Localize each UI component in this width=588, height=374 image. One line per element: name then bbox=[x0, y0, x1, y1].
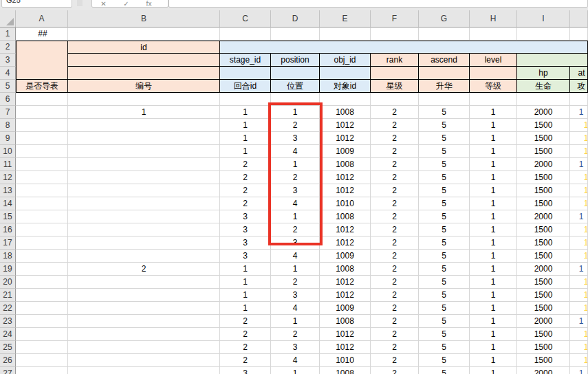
cell-J24[interactable]: 1 bbox=[570, 328, 588, 341]
cell-J15[interactable]: 1 bbox=[570, 210, 588, 223]
cell-E12[interactable]: 1012 bbox=[320, 171, 371, 184]
cell-G19[interactable]: 5 bbox=[419, 263, 470, 276]
cell-A18[interactable] bbox=[16, 250, 68, 263]
cell-C23[interactable]: 2 bbox=[220, 315, 271, 328]
cell-J20[interactable]: 1 bbox=[570, 276, 588, 289]
cell-G4[interactable] bbox=[419, 67, 470, 80]
name-box[interactable]: G25 bbox=[1, 0, 72, 8]
cell-C15[interactable]: 3 bbox=[220, 210, 271, 223]
row-header-6[interactable]: 6 bbox=[0, 93, 16, 106]
cell-J10[interactable]: 1 bbox=[570, 145, 588, 158]
cell-J13[interactable]: 1 bbox=[570, 184, 588, 197]
cell-B8[interactable] bbox=[68, 119, 220, 132]
cell-B2-id[interactable]: id bbox=[68, 41, 220, 54]
cell-C16[interactable]: 3 bbox=[220, 223, 271, 236]
cell-A12[interactable] bbox=[16, 171, 68, 184]
cell-G22[interactable]: 5 bbox=[419, 302, 470, 315]
cell-D9[interactable]: 3 bbox=[271, 132, 320, 145]
col-header-I[interactable]: I bbox=[517, 10, 570, 28]
cell-D8[interactable]: 2 bbox=[271, 119, 320, 132]
col-header-A[interactable]: A bbox=[16, 10, 68, 28]
row-header-14[interactable]: 14 bbox=[0, 197, 16, 210]
cell-D25[interactable]: 3 bbox=[271, 341, 320, 354]
cell-C5-round-id[interactable]: 回合id bbox=[220, 80, 271, 93]
cell-G12[interactable]: 5 bbox=[419, 171, 470, 184]
cell-E18[interactable]: 1009 bbox=[320, 250, 371, 263]
cell-G18[interactable]: 5 bbox=[419, 250, 470, 263]
cell-F18[interactable]: 2 bbox=[371, 250, 419, 263]
cell-F15[interactable]: 2 bbox=[371, 210, 419, 223]
cell-B16[interactable] bbox=[68, 223, 220, 236]
cell-I8[interactable]: 1500 bbox=[517, 119, 570, 132]
cell-A16[interactable] bbox=[16, 223, 68, 236]
cell-D16[interactable]: 2 bbox=[271, 223, 320, 236]
cell-E17[interactable]: 1012 bbox=[320, 236, 371, 250]
cell-E6[interactable] bbox=[320, 93, 371, 106]
cell-I23[interactable]: 2000 bbox=[517, 315, 570, 328]
cell-J18[interactable]: 1 bbox=[570, 250, 588, 263]
cell-E24[interactable]: 1012 bbox=[320, 328, 371, 341]
cell-C11[interactable]: 2 bbox=[220, 158, 271, 171]
row-header-18[interactable]: 18 bbox=[0, 250, 16, 263]
cell-D7[interactable]: 1 bbox=[271, 106, 320, 119]
cell-G24[interactable]: 5 bbox=[419, 328, 470, 341]
cell-E7[interactable]: 1008 bbox=[320, 106, 371, 119]
cell-A15[interactable] bbox=[16, 210, 68, 223]
cell-D24[interactable]: 2 bbox=[271, 328, 320, 341]
cell-I9[interactable]: 1500 bbox=[517, 132, 570, 145]
cell-H1[interactable] bbox=[470, 28, 517, 41]
formula-input[interactable] bbox=[168, 0, 588, 8]
cell-D21[interactable]: 3 bbox=[271, 289, 320, 302]
cell-G7[interactable]: 5 bbox=[419, 106, 470, 119]
cell-G17[interactable]: 5 bbox=[419, 236, 470, 250]
cell-H6[interactable] bbox=[470, 93, 517, 106]
cell-C19[interactable]: 1 bbox=[220, 263, 271, 276]
cell-J27[interactable]: 1 bbox=[570, 367, 588, 374]
cell-H9[interactable]: 1 bbox=[470, 132, 517, 145]
cell-H3-level[interactable]: level bbox=[470, 54, 517, 67]
cell-A20[interactable] bbox=[16, 276, 68, 289]
cell-J5-atk-cn-partial[interactable]: 攻 bbox=[570, 80, 588, 93]
cell-I12[interactable]: 1500 bbox=[517, 171, 570, 184]
row-header-1[interactable]: 1 bbox=[0, 28, 16, 41]
cell-E10[interactable]: 1009 bbox=[320, 145, 371, 158]
row-header-16[interactable]: 16 bbox=[0, 223, 16, 236]
cell-I26[interactable]: 1500 bbox=[517, 354, 570, 367]
cell-A8[interactable] bbox=[16, 119, 68, 132]
cell-J1[interactable] bbox=[570, 28, 588, 41]
cell-I1[interactable] bbox=[517, 28, 570, 41]
cell-H24[interactable]: 1 bbox=[470, 328, 517, 341]
col-header-D[interactable]: D bbox=[271, 10, 320, 28]
cell-G5-ascend-cn[interactable]: 升华 bbox=[419, 80, 470, 93]
cell-C27[interactable]: 3 bbox=[220, 367, 271, 374]
cell-I11[interactable]: 2000 bbox=[517, 158, 570, 171]
col-header-E[interactable]: E bbox=[320, 10, 371, 28]
row-header-25[interactable]: 25 bbox=[0, 341, 16, 354]
cell-A17[interactable] bbox=[16, 236, 68, 250]
cell-E15[interactable]: 1008 bbox=[320, 210, 371, 223]
cell-I17[interactable]: 1500 bbox=[517, 236, 570, 250]
cell-G26[interactable]: 5 bbox=[419, 354, 470, 367]
cell-B13[interactable] bbox=[68, 184, 220, 197]
cell-G8[interactable]: 5 bbox=[419, 119, 470, 132]
cell-C4[interactable] bbox=[220, 67, 271, 80]
row-header-13[interactable]: 13 bbox=[0, 184, 16, 197]
cell-H19[interactable]: 1 bbox=[470, 263, 517, 276]
cell-E1[interactable] bbox=[320, 28, 371, 41]
cell-B6[interactable] bbox=[68, 93, 220, 106]
row-header-15[interactable]: 15 bbox=[0, 210, 16, 223]
cell-E3-obj-id[interactable]: obj_id bbox=[320, 54, 371, 67]
cell-C26[interactable]: 2 bbox=[220, 354, 271, 367]
row-header-21[interactable]: 21 bbox=[0, 289, 16, 302]
cell-A24[interactable] bbox=[16, 328, 68, 341]
cell-E11[interactable]: 1008 bbox=[320, 158, 371, 171]
cell-I25[interactable]: 1500 bbox=[517, 341, 570, 354]
cell-G11[interactable]: 5 bbox=[419, 158, 470, 171]
cell-I15[interactable]: 2000 bbox=[517, 210, 570, 223]
cell-D12[interactable]: 2 bbox=[271, 171, 320, 184]
cell-F23[interactable]: 2 bbox=[371, 315, 419, 328]
cell-C3-stage-id[interactable]: stage_id bbox=[220, 54, 271, 67]
cell-J25[interactable]: 1 bbox=[570, 341, 588, 354]
cell-B4[interactable] bbox=[68, 67, 220, 80]
cell-B12[interactable] bbox=[68, 171, 220, 184]
